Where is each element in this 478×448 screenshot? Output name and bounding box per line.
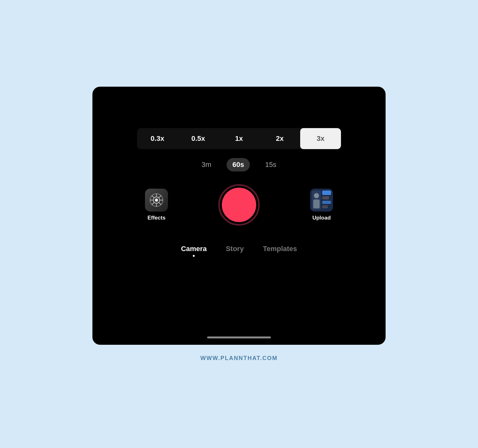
svg-line-8 — [159, 195, 161, 198]
record-button-inner — [222, 188, 256, 222]
tab-story[interactable]: Story — [226, 245, 244, 257]
svg-rect-16 — [322, 205, 328, 208]
zoom-option-2x[interactable]: 2x — [259, 128, 300, 149]
effects-icon — [145, 189, 168, 212]
svg-rect-18 — [313, 199, 320, 208]
zoom-option-1x[interactable]: 1x — [219, 128, 259, 149]
duration-3m[interactable]: 3m — [196, 158, 217, 171]
svg-line-7 — [159, 202, 161, 205]
tab-camera-dot — [193, 255, 195, 257]
svg-point-10 — [155, 199, 158, 202]
zoom-option-3x[interactable]: 3x — [300, 128, 341, 149]
tab-story-label: Story — [226, 245, 244, 253]
svg-rect-14 — [322, 196, 329, 199]
upload-label: Upload — [312, 215, 331, 221]
effects-label: Effects — [148, 215, 166, 221]
zoom-option-0.5x[interactable]: 0.5x — [178, 128, 219, 149]
tab-story-dot — [234, 255, 236, 257]
bottom-tabs: Camera Story Templates — [181, 245, 297, 257]
upload-icon — [310, 189, 333, 212]
duration-15s[interactable]: 15s — [259, 158, 282, 171]
zoom-bar: 0.3x 0.5x 1x 2x 3x — [137, 128, 341, 149]
duration-60s[interactable]: 60s — [227, 158, 250, 171]
tab-templates-dot — [279, 255, 281, 257]
tab-templates-label: Templates — [263, 245, 297, 253]
svg-line-9 — [152, 202, 154, 205]
svg-rect-13 — [322, 191, 331, 195]
record-button[interactable] — [218, 184, 260, 226]
svg-rect-15 — [322, 201, 331, 204]
tab-templates[interactable]: Templates — [263, 245, 297, 257]
upload-button[interactable]: Upload — [310, 189, 333, 221]
effects-button[interactable]: Effects — [145, 189, 168, 221]
phone-frame: 0.3x 0.5x 1x 2x 3x 3m 60s 15s — [92, 87, 386, 345]
home-indicator — [207, 336, 271, 338]
camera-row: Effects — [92, 184, 386, 226]
zoom-option-0.3x[interactable]: 0.3x — [137, 128, 178, 149]
tab-camera-label: Camera — [181, 245, 207, 253]
website-url: WWW.PLANNTHAT.COM — [200, 355, 278, 362]
svg-line-6 — [152, 195, 154, 198]
svg-point-17 — [314, 193, 319, 198]
duration-bar: 3m 60s 15s — [196, 158, 282, 171]
tab-camera[interactable]: Camera — [181, 245, 207, 257]
